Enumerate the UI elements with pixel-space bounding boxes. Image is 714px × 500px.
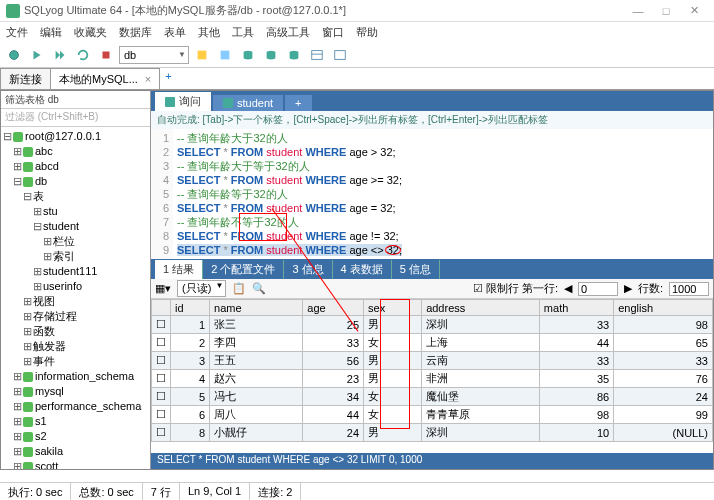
- db-icon[interactable]: [284, 45, 304, 65]
- svg-rect-3: [221, 50, 230, 59]
- query-tab[interactable]: student: [213, 95, 283, 111]
- result-tab[interactable]: 1 结果: [155, 260, 203, 279]
- close-button[interactable]: ✕: [680, 4, 708, 17]
- tree-node[interactable]: ⊞触发器: [3, 339, 148, 354]
- readonly-select[interactable]: (只读): [177, 280, 226, 297]
- table-row[interactable]: ☐3王五56男云南3333: [152, 352, 713, 370]
- new-connection-icon[interactable]: [4, 45, 24, 65]
- column-header[interactable]: math: [539, 300, 613, 316]
- rows-input[interactable]: [669, 282, 709, 296]
- tree-node[interactable]: ⊞mysql: [3, 384, 148, 399]
- tree-node[interactable]: ⊞student111: [3, 264, 148, 279]
- svg-rect-2: [198, 50, 207, 59]
- column-header[interactable]: english: [614, 300, 713, 316]
- connection-tab[interactable]: 本地的MySQL...×: [50, 68, 160, 89]
- column-header[interactable]: id: [171, 300, 210, 316]
- result-tab[interactable]: 4 表数据: [333, 260, 392, 279]
- tool-icon[interactable]: [215, 45, 235, 65]
- menu-item[interactable]: 表单: [164, 25, 186, 40]
- table-icon[interactable]: [307, 45, 327, 65]
- tree-node[interactable]: ⊞存储过程: [3, 309, 148, 324]
- tree-node[interactable]: ⊞事件: [3, 354, 148, 369]
- table-row[interactable]: ☐2李四33女上海4465: [152, 334, 713, 352]
- tree-node[interactable]: ⊞sakila: [3, 444, 148, 459]
- tree-node[interactable]: ⊞索引: [3, 249, 148, 264]
- menu-item[interactable]: 数据库: [119, 25, 152, 40]
- table-icon[interactable]: [330, 45, 350, 65]
- menu-item[interactable]: 帮助: [356, 25, 378, 40]
- tree-node[interactable]: ⊟表: [3, 189, 148, 204]
- menu-item[interactable]: 窗口: [322, 25, 344, 40]
- tree-node[interactable]: ⊟db: [3, 174, 148, 189]
- menu-item[interactable]: 工具: [232, 25, 254, 40]
- column-header[interactable]: name: [210, 300, 303, 316]
- nav-next-icon[interactable]: ▶: [624, 282, 632, 295]
- result-tab[interactable]: 2 个配置文件: [203, 260, 284, 279]
- tree-node[interactable]: ⊞abc: [3, 144, 148, 159]
- tree-node[interactable]: ⊟student: [3, 219, 148, 234]
- hint-bar: 自动完成: [Tab]->下一个标签，[Ctrl+Space]->列出所有标签，…: [151, 111, 713, 129]
- column-header[interactable]: age: [303, 300, 364, 316]
- query-tabs: 询问student+: [151, 91, 713, 111]
- filter-input[interactable]: 过滤器 (Ctrl+Shift+B): [1, 109, 150, 127]
- table-row[interactable]: ☐4赵六23男非洲3576: [152, 370, 713, 388]
- result-tab[interactable]: 5 信息: [392, 260, 440, 279]
- tool-icon[interactable]: [192, 45, 212, 65]
- tree-node[interactable]: ⊞scott: [3, 459, 148, 469]
- nav-first-icon[interactable]: ◀: [564, 282, 572, 295]
- grid-icon[interactable]: ▦▾: [155, 282, 171, 295]
- first-row-input[interactable]: [578, 282, 618, 296]
- execute-all-icon[interactable]: [50, 45, 70, 65]
- tree-node[interactable]: ⊞userinfo: [3, 279, 148, 294]
- column-header[interactable]: [152, 300, 171, 316]
- tree-node[interactable]: ⊞s2: [3, 429, 148, 444]
- tree-node[interactable]: ⊟root@127.0.0.1: [3, 129, 148, 144]
- minimize-button[interactable]: —: [624, 5, 652, 17]
- tree-node[interactable]: ⊞栏位: [3, 234, 148, 249]
- result-toolbar: ▦▾ (只读) 📋 🔍 ☑ 限制行 第一行: ◀ ▶ 行数:: [151, 279, 713, 299]
- query-tab[interactable]: 询问: [155, 92, 211, 111]
- add-query-button[interactable]: +: [285, 95, 311, 111]
- tree-node[interactable]: ⊞information_schema: [3, 369, 148, 384]
- object-tree: ⊟root@127.0.0.1⊞abc⊞abcd⊟db⊟表⊞stu⊟studen…: [1, 127, 150, 469]
- table-row[interactable]: ☐6周八44女青青草原9899: [152, 406, 713, 424]
- table-row[interactable]: ☐1张三25男深圳3398: [152, 316, 713, 334]
- menu-item[interactable]: 收藏夹: [74, 25, 107, 40]
- svg-rect-7: [312, 50, 323, 59]
- database-select[interactable]: db: [119, 46, 189, 64]
- tree-node[interactable]: ⊞stu: [3, 204, 148, 219]
- db-icon[interactable]: [238, 45, 258, 65]
- sql-editor[interactable]: 123456789 -- 查询年龄大于32的人SELECT * FROM stu…: [151, 129, 713, 259]
- execute-icon[interactable]: [27, 45, 47, 65]
- sidebar-header: 筛选表格 db: [1, 91, 150, 109]
- export-icon[interactable]: 📋: [232, 282, 246, 295]
- tree-node[interactable]: ⊞performance_schema: [3, 399, 148, 414]
- tree-node[interactable]: ⊞abcd: [3, 159, 148, 174]
- result-tab[interactable]: 3 信息: [284, 260, 332, 279]
- tree-node[interactable]: ⊞视图: [3, 294, 148, 309]
- result-grid[interactable]: idnameagesexaddressmathenglish☐1张三25男深圳3…: [151, 299, 713, 453]
- column-header[interactable]: address: [422, 300, 540, 316]
- menu-item[interactable]: 其他: [198, 25, 220, 40]
- tree-node[interactable]: ⊞函数: [3, 324, 148, 339]
- menu-item[interactable]: 编辑: [40, 25, 62, 40]
- menu-item[interactable]: 高级工具: [266, 25, 310, 40]
- toolbar: db: [0, 42, 714, 68]
- connection-tab[interactable]: 新连接: [0, 68, 51, 89]
- table-row[interactable]: ☐5冯七34女魔仙堡8624: [152, 388, 713, 406]
- status-exec: 执行: 0 sec: [0, 483, 71, 500]
- status-conn: 连接: 2: [250, 483, 301, 500]
- stop-icon[interactable]: [96, 45, 116, 65]
- menu-item[interactable]: 文件: [6, 25, 28, 40]
- svg-rect-9: [335, 50, 346, 59]
- filter-icon[interactable]: 🔍: [252, 282, 266, 295]
- maximize-button[interactable]: □: [652, 5, 680, 17]
- refresh-icon[interactable]: [73, 45, 93, 65]
- table-row[interactable]: ☐8小靓仔24男深圳10(NULL): [152, 424, 713, 442]
- svg-rect-1: [103, 51, 110, 58]
- limit-label: ☑ 限制行 第一行:: [473, 281, 558, 296]
- add-connection-button[interactable]: +: [159, 68, 177, 89]
- db-icon[interactable]: [261, 45, 281, 65]
- column-header[interactable]: sex: [364, 300, 422, 316]
- tree-node[interactable]: ⊞s1: [3, 414, 148, 429]
